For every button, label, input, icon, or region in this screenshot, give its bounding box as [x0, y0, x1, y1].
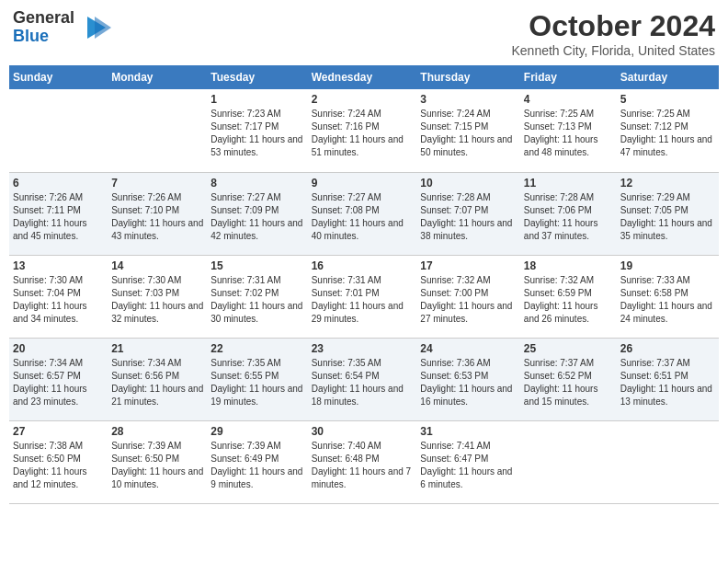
week-row-1: 6Sunrise: 7:26 AM Sunset: 7:11 PM Daylig… [9, 172, 719, 255]
calendar-cell: 3Sunrise: 7:24 AM Sunset: 7:15 PM Daylig… [416, 89, 519, 172]
svg-marker-1 [95, 17, 111, 39]
day-info: Sunrise: 7:30 AM Sunset: 7:04 PM Dayligh… [13, 274, 104, 326]
calendar-cell: 16Sunrise: 7:31 AM Sunset: 7:01 PM Dayli… [308, 255, 417, 338]
day-info: Sunrise: 7:32 AM Sunset: 6:59 PM Dayligh… [524, 274, 613, 326]
day-number: 22 [210, 342, 303, 355]
day-info: Sunrise: 7:34 AM Sunset: 6:57 PM Dayligh… [13, 357, 104, 408]
day-number: 15 [210, 259, 303, 272]
calendar-cell: 23Sunrise: 7:35 AM Sunset: 6:54 PM Dayli… [308, 338, 417, 420]
day-info: Sunrise: 7:36 AM Sunset: 6:53 PM Dayligh… [420, 357, 516, 408]
calendar-cell: 25Sunrise: 7:37 AM Sunset: 6:52 PM Dayli… [520, 338, 617, 420]
day-info: Sunrise: 7:37 AM Sunset: 6:52 PM Dayligh… [524, 357, 613, 408]
day-number: 31 [420, 425, 516, 438]
calendar-cell: 29Sunrise: 7:39 AM Sunset: 6:49 PM Dayli… [207, 420, 307, 503]
day-info: Sunrise: 7:39 AM Sunset: 6:50 PM Dayligh… [111, 440, 203, 491]
calendar-cell: 20Sunrise: 7:34 AM Sunset: 6:57 PM Dayli… [9, 338, 108, 420]
day-number: 7 [111, 177, 203, 190]
main-title: October 2024 [511, 9, 715, 43]
calendar-cell: 1Sunrise: 7:23 AM Sunset: 7:17 PM Daylig… [207, 89, 307, 172]
day-number: 12 [620, 177, 715, 190]
calendar-cell [108, 89, 207, 172]
day-info: Sunrise: 7:33 AM Sunset: 6:58 PM Dayligh… [620, 274, 715, 326]
day-info: Sunrise: 7:35 AM Sunset: 6:55 PM Dayligh… [210, 357, 303, 408]
day-info: Sunrise: 7:27 AM Sunset: 7:08 PM Dayligh… [312, 191, 414, 243]
day-number: 11 [524, 177, 613, 190]
day-info: Sunrise: 7:31 AM Sunset: 7:01 PM Dayligh… [312, 274, 414, 326]
day-number: 6 [13, 177, 104, 190]
day-number: 30 [312, 425, 414, 438]
day-number: 3 [420, 93, 516, 106]
calendar-cell: 24Sunrise: 7:36 AM Sunset: 6:53 PM Dayli… [416, 338, 519, 420]
day-info: Sunrise: 7:26 AM Sunset: 7:10 PM Dayligh… [111, 191, 203, 243]
day-info: Sunrise: 7:25 AM Sunset: 7:12 PM Dayligh… [620, 108, 715, 159]
day-number: 25 [524, 342, 613, 355]
calendar-cell: 27Sunrise: 7:38 AM Sunset: 6:50 PM Dayli… [9, 420, 108, 503]
calendar-cell: 22Sunrise: 7:35 AM Sunset: 6:55 PM Dayli… [207, 338, 307, 420]
calendar-cell: 19Sunrise: 7:33 AM Sunset: 6:58 PM Dayli… [617, 255, 719, 338]
day-number: 10 [420, 177, 516, 190]
calendar-cell: 14Sunrise: 7:30 AM Sunset: 7:03 PM Dayli… [108, 255, 207, 338]
day-info: Sunrise: 7:23 AM Sunset: 7:17 PM Dayligh… [210, 108, 303, 159]
logo-icon [78, 11, 111, 44]
calendar-cell: 12Sunrise: 7:29 AM Sunset: 7:05 PM Dayli… [617, 172, 719, 255]
day-info: Sunrise: 7:24 AM Sunset: 7:15 PM Dayligh… [420, 108, 516, 159]
calendar-cell: 7Sunrise: 7:26 AM Sunset: 7:10 PM Daylig… [108, 172, 207, 255]
page-header: General Blue October 2024 Kenneth City, … [9, 9, 719, 58]
week-row-4: 27Sunrise: 7:38 AM Sunset: 6:50 PM Dayli… [9, 420, 719, 503]
calendar-cell [617, 420, 719, 503]
header-day-sunday: Sunday [9, 65, 108, 89]
calendar-body: 1Sunrise: 7:23 AM Sunset: 7:17 PM Daylig… [9, 89, 719, 503]
day-info: Sunrise: 7:27 AM Sunset: 7:09 PM Dayligh… [210, 191, 303, 243]
title-block: October 2024 Kenneth City, Florida, Unit… [511, 9, 715, 58]
logo-line2: Blue [13, 28, 74, 46]
calendar-cell: 26Sunrise: 7:37 AM Sunset: 6:51 PM Dayli… [617, 338, 719, 420]
calendar-cell: 28Sunrise: 7:39 AM Sunset: 6:50 PM Dayli… [108, 420, 207, 503]
day-info: Sunrise: 7:30 AM Sunset: 7:03 PM Dayligh… [111, 274, 203, 326]
calendar-cell: 5Sunrise: 7:25 AM Sunset: 7:12 PM Daylig… [617, 89, 719, 172]
day-number: 29 [210, 425, 303, 438]
calendar-cell: 9Sunrise: 7:27 AM Sunset: 7:08 PM Daylig… [308, 172, 417, 255]
day-number: 2 [312, 93, 414, 106]
calendar-cell: 21Sunrise: 7:34 AM Sunset: 6:56 PM Dayli… [108, 338, 207, 420]
subtitle: Kenneth City, Florida, United States [511, 43, 715, 58]
header-day-friday: Friday [520, 65, 617, 89]
day-number: 24 [420, 342, 516, 355]
calendar-cell: 15Sunrise: 7:31 AM Sunset: 7:02 PM Dayli… [207, 255, 307, 338]
day-number: 18 [524, 259, 613, 272]
day-number: 19 [620, 259, 715, 272]
day-number: 16 [312, 259, 414, 272]
day-number: 14 [111, 259, 203, 272]
day-number: 28 [111, 425, 203, 438]
day-info: Sunrise: 7:39 AM Sunset: 6:49 PM Dayligh… [210, 440, 303, 491]
day-info: Sunrise: 7:32 AM Sunset: 7:00 PM Dayligh… [420, 274, 516, 326]
day-info: Sunrise: 7:41 AM Sunset: 6:47 PM Dayligh… [420, 440, 516, 491]
day-info: Sunrise: 7:26 AM Sunset: 7:11 PM Dayligh… [13, 191, 104, 243]
calendar-cell [9, 89, 108, 172]
day-number: 9 [312, 177, 414, 190]
day-info: Sunrise: 7:35 AM Sunset: 6:54 PM Dayligh… [312, 357, 414, 408]
week-row-3: 20Sunrise: 7:34 AM Sunset: 6:57 PM Dayli… [9, 338, 719, 420]
day-info: Sunrise: 7:25 AM Sunset: 7:13 PM Dayligh… [524, 108, 613, 159]
calendar-table: SundayMondayTuesdayWednesdayThursdayFrid… [9, 65, 719, 504]
logo: General Blue [13, 9, 111, 46]
calendar-cell: 6Sunrise: 7:26 AM Sunset: 7:11 PM Daylig… [9, 172, 108, 255]
day-number: 21 [111, 342, 203, 355]
calendar-cell: 31Sunrise: 7:41 AM Sunset: 6:47 PM Dayli… [416, 420, 519, 503]
calendar-header: SundayMondayTuesdayWednesdayThursdayFrid… [9, 65, 719, 89]
calendar-cell: 18Sunrise: 7:32 AM Sunset: 6:59 PM Dayli… [520, 255, 617, 338]
header-day-wednesday: Wednesday [308, 65, 417, 89]
calendar-cell: 2Sunrise: 7:24 AM Sunset: 7:16 PM Daylig… [308, 89, 417, 172]
day-number: 26 [620, 342, 715, 355]
calendar-cell: 13Sunrise: 7:30 AM Sunset: 7:04 PM Dayli… [9, 255, 108, 338]
header-row: SundayMondayTuesdayWednesdayThursdayFrid… [9, 65, 719, 89]
day-info: Sunrise: 7:31 AM Sunset: 7:02 PM Dayligh… [210, 274, 303, 326]
calendar-cell: 4Sunrise: 7:25 AM Sunset: 7:13 PM Daylig… [520, 89, 617, 172]
calendar-cell: 30Sunrise: 7:40 AM Sunset: 6:48 PM Dayli… [308, 420, 417, 503]
calendar-cell [520, 420, 617, 503]
day-number: 23 [312, 342, 414, 355]
header-day-saturday: Saturday [617, 65, 719, 89]
calendar-cell: 17Sunrise: 7:32 AM Sunset: 7:00 PM Dayli… [416, 255, 519, 338]
day-info: Sunrise: 7:34 AM Sunset: 6:56 PM Dayligh… [111, 357, 203, 408]
day-info: Sunrise: 7:38 AM Sunset: 6:50 PM Dayligh… [13, 440, 104, 491]
day-info: Sunrise: 7:28 AM Sunset: 7:07 PM Dayligh… [420, 191, 516, 243]
